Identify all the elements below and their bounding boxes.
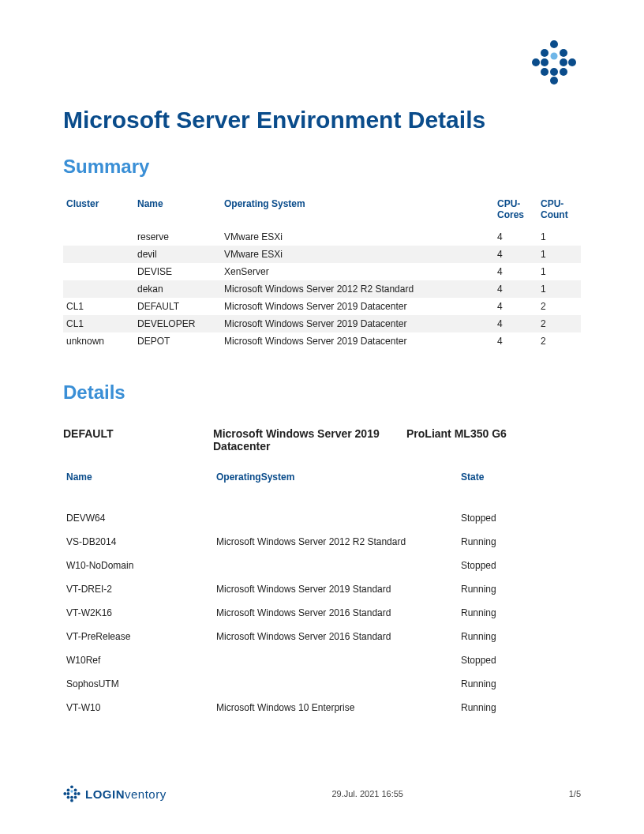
svg-point-5 xyxy=(560,58,567,66)
svg-point-9 xyxy=(560,68,567,76)
table-row: DEVISEXenServer41 xyxy=(63,263,581,280)
svg-point-17 xyxy=(74,792,77,795)
svg-point-20 xyxy=(70,796,73,799)
table-cell: 2 xyxy=(537,332,581,350)
table-cell: 1 xyxy=(537,228,581,246)
table-cell xyxy=(63,228,134,246)
svg-point-2 xyxy=(560,49,567,57)
table-cell: 4 xyxy=(494,246,537,263)
svg-point-16 xyxy=(67,792,70,795)
details-host-os: Microsoft Windows Server 2019 Datacenter xyxy=(213,427,406,453)
table-cell: Running xyxy=(458,577,581,601)
section-details-heading: Details xyxy=(63,381,581,404)
table-cell: VS-DB2014 xyxy=(63,530,213,554)
table-cell: Microsoft Windows Server 2019 Datacenter xyxy=(221,332,494,350)
brand-logo-small-icon xyxy=(63,785,80,802)
table-cell: 2 xyxy=(537,298,581,315)
col-header-name: Name xyxy=(134,193,221,228)
table-cell: W10-NoDomain xyxy=(63,554,213,577)
col-header-vm-os: OperatingSystem xyxy=(213,467,458,506)
table-cell: Running xyxy=(458,601,581,625)
table-cell: 4 xyxy=(494,315,537,332)
details-host-header: DEFAULT Microsoft Windows Server 2019 Da… xyxy=(63,427,581,453)
svg-point-14 xyxy=(74,789,77,792)
table-cell: 4 xyxy=(494,332,537,350)
svg-point-1 xyxy=(541,49,549,57)
table-cell: Running xyxy=(458,672,581,696)
table-cell: devil xyxy=(134,246,221,263)
table-row: CL1DEVELOPERMicrosoft Windows Server 201… xyxy=(63,315,581,332)
svg-point-22 xyxy=(70,799,73,802)
table-cell xyxy=(63,263,134,280)
table-row: CL1DEFAULTMicrosoft Windows Server 2019 … xyxy=(63,298,581,315)
table-cell: Stopped xyxy=(458,648,581,672)
table-row: VT-W10Microsoft Windows 10 EnterpriseRun… xyxy=(63,696,581,719)
svg-point-19 xyxy=(67,796,70,799)
table-cell: 1 xyxy=(537,263,581,280)
table-cell: VT-DREI-2 xyxy=(63,577,213,601)
svg-point-23 xyxy=(70,790,73,792)
table-cell: Running xyxy=(458,625,581,648)
table-row: SophosUTMRunning xyxy=(63,672,581,696)
page-title: Microsoft Server Environment Details xyxy=(63,107,581,133)
table-cell: CL1 xyxy=(63,315,134,332)
svg-point-4 xyxy=(541,58,549,66)
table-cell: Microsoft Windows Server 2012 R2 Standar… xyxy=(213,530,458,554)
table-cell: W10Ref xyxy=(63,648,213,672)
table-cell: VT-W10 xyxy=(63,696,213,719)
section-summary-heading: Summary xyxy=(63,156,581,178)
svg-point-11 xyxy=(551,53,558,60)
table-cell: unknown xyxy=(63,332,134,350)
svg-point-13 xyxy=(67,789,70,792)
col-header-cluster: Cluster xyxy=(63,193,134,228)
col-header-vm-state: State xyxy=(458,467,581,506)
table-cell: VT-W2K16 xyxy=(63,601,213,625)
table-cell: Microsoft Windows 10 Enterprise xyxy=(213,696,458,719)
table-cell: 1 xyxy=(537,246,581,263)
col-header-cpu-cores: CPU-Cores xyxy=(494,193,537,228)
footer-page-number: 1/5 xyxy=(569,789,581,798)
table-cell: dekan xyxy=(134,280,221,298)
page-footer: LOGINventory 29.Jul. 2021 16:55 1/5 xyxy=(63,785,581,802)
table-row: VT-W2K16Microsoft Windows Server 2016 St… xyxy=(63,601,581,625)
table-cell: DEFAULT xyxy=(134,298,221,315)
table-cell: 1 xyxy=(537,280,581,298)
table-row: reserveVMware ESXi41 xyxy=(63,228,581,246)
table-cell: Running xyxy=(458,530,581,554)
table-cell: DEVISE xyxy=(134,263,221,280)
svg-point-21 xyxy=(74,796,77,799)
table-row: VT-PreReleaseMicrosoft Windows Server 20… xyxy=(63,625,581,648)
table-cell: Stopped xyxy=(458,506,581,530)
svg-point-8 xyxy=(550,68,558,76)
table-cell: 4 xyxy=(494,298,537,315)
table-cell: SophosUTM xyxy=(63,672,213,696)
table-row: devilVMware ESXi41 xyxy=(63,246,581,263)
table-cell: 4 xyxy=(494,280,537,298)
col-header-vm-name: Name xyxy=(63,467,213,506)
svg-point-0 xyxy=(550,40,558,48)
table-cell xyxy=(213,506,458,530)
table-row: VS-DB2014Microsoft Windows Server 2012 R… xyxy=(63,530,581,554)
table-row: dekanMicrosoft Windows Server 2012 R2 St… xyxy=(63,280,581,298)
footer-brand-2: ventory xyxy=(125,787,167,801)
table-cell xyxy=(213,554,458,577)
table-cell xyxy=(63,280,134,298)
svg-point-15 xyxy=(63,792,66,795)
table-cell: reserve xyxy=(134,228,221,246)
table-cell: Microsoft Windows Server 2012 R2 Standar… xyxy=(221,280,494,298)
svg-point-6 xyxy=(568,58,576,66)
svg-point-7 xyxy=(541,68,549,76)
table-cell xyxy=(213,672,458,696)
details-host-name: DEFAULT xyxy=(63,427,213,453)
svg-point-18 xyxy=(77,792,80,795)
table-cell: DEVELOPER xyxy=(134,315,221,332)
table-cell: Microsoft Windows Server 2019 Datacenter xyxy=(221,298,494,315)
table-cell: Microsoft Windows Server 2016 Standard xyxy=(213,601,458,625)
table-row: DEVW64Stopped xyxy=(63,506,581,530)
table-cell: DEVW64 xyxy=(63,506,213,530)
table-cell: 2 xyxy=(537,315,581,332)
table-row: unknownDEPOTMicrosoft Windows Server 201… xyxy=(63,332,581,350)
table-cell: 4 xyxy=(494,263,537,280)
svg-point-3 xyxy=(532,58,540,66)
table-row: W10-NoDomainStopped xyxy=(63,554,581,577)
